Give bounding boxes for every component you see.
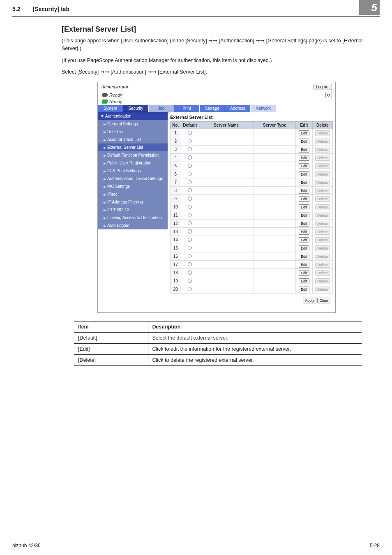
sidebar-item-default-function-permission[interactable]: ▶Default Function Permission: [98, 151, 168, 159]
cell-default[interactable]: [181, 162, 199, 170]
tab-print[interactable]: Print: [174, 105, 200, 112]
refresh-button[interactable]: ⟳: [325, 92, 332, 98]
tab-job[interactable]: Job: [149, 105, 174, 112]
cell-default[interactable]: [181, 261, 199, 269]
edit-button[interactable]: Edit: [299, 254, 309, 259]
radio-icon[interactable]: [188, 262, 192, 266]
edit-button[interactable]: Edit: [299, 188, 309, 194]
delete-button[interactable]: Delete: [315, 163, 330, 169]
delete-button[interactable]: Delete: [315, 204, 330, 210]
edit-button[interactable]: Edit: [299, 287, 309, 292]
apply-button[interactable]: Apply: [303, 298, 316, 303]
sidebar-item-public-user-registration[interactable]: ▶Public User Registration: [98, 159, 168, 167]
delete-button[interactable]: Delete: [315, 287, 330, 292]
sidebar-item-external-server-list[interactable]: ▶External Server List: [98, 143, 168, 151]
delete-button[interactable]: Delete: [315, 147, 330, 153]
edit-button[interactable]: Edit: [299, 262, 309, 268]
logout-button[interactable]: Log out: [314, 84, 332, 90]
radio-icon[interactable]: [188, 155, 192, 160]
edit-button[interactable]: Edit: [299, 180, 309, 185]
sidebar-item-auto-logout[interactable]: ▶Auto Logout: [98, 222, 168, 229]
tab-network[interactable]: Network: [251, 105, 276, 112]
sidebar-item-user-list[interactable]: ▶User List: [98, 128, 168, 136]
delete-button[interactable]: Delete: [315, 262, 330, 268]
delete-button[interactable]: Delete: [315, 130, 330, 136]
delete-button[interactable]: Delete: [315, 278, 330, 284]
radio-icon[interactable]: [188, 147, 192, 151]
cell-default[interactable]: [181, 252, 199, 261]
radio-icon[interactable]: [188, 164, 192, 168]
cell-default[interactable]: [181, 129, 199, 137]
edit-button[interactable]: Edit: [299, 204, 309, 210]
tab-system[interactable]: System: [98, 105, 123, 112]
edit-button[interactable]: Edit: [299, 171, 309, 177]
delete-button[interactable]: Delete: [315, 221, 330, 227]
delete-button[interactable]: Delete: [315, 229, 330, 235]
cell-default[interactable]: [181, 137, 199, 146]
cell-default[interactable]: [181, 228, 199, 236]
delete-button[interactable]: Delete: [315, 245, 330, 251]
sidebar-item-ipsec[interactable]: ▶IPsec: [98, 190, 168, 198]
edit-button[interactable]: Edit: [299, 213, 309, 218]
edit-button[interactable]: Edit: [299, 163, 309, 169]
radio-icon[interactable]: [188, 188, 192, 192]
sidebar-item-ip-address-filtering[interactable]: ▶IP Address Filtering: [98, 198, 168, 206]
cell-default[interactable]: [181, 203, 199, 211]
radio-icon[interactable]: [188, 172, 192, 176]
clear-button[interactable]: Clear: [317, 298, 330, 303]
radio-icon[interactable]: [188, 287, 192, 291]
delete-button[interactable]: Delete: [315, 254, 330, 259]
radio-icon[interactable]: [188, 205, 192, 209]
sidebar-item-pki-settings[interactable]: ▶PKI Settings: [98, 183, 168, 190]
radio-icon[interactable]: [188, 279, 192, 283]
sidebar-item-id-print-settings[interactable]: ▶ID & Print Settings: [98, 167, 168, 175]
delete-button[interactable]: Delete: [315, 237, 330, 243]
cell-default[interactable]: [181, 236, 199, 244]
radio-icon[interactable]: [188, 229, 192, 234]
sidebar-item-limiting-access-to-destination[interactable]: ▶Limiting Access to Destination: [98, 214, 168, 222]
delete-button[interactable]: Delete: [315, 213, 330, 218]
delete-button[interactable]: Delete: [315, 270, 330, 276]
sidebar-item-ieee802-1x[interactable]: ▶IEEE802.1X: [98, 206, 168, 214]
cell-default[interactable]: [181, 211, 199, 220]
delete-button[interactable]: Delete: [315, 188, 330, 194]
edit-button[interactable]: Edit: [299, 155, 309, 161]
radio-icon[interactable]: [188, 221, 192, 225]
sidebar-item-account-track-list[interactable]: ▶Account Track List: [98, 136, 168, 143]
tab-address[interactable]: Address: [225, 105, 251, 112]
edit-button[interactable]: Edit: [299, 270, 309, 276]
radio-icon[interactable]: [188, 197, 192, 201]
cell-default[interactable]: [181, 269, 199, 277]
edit-button[interactable]: Edit: [299, 245, 309, 251]
radio-icon[interactable]: [188, 254, 192, 258]
sidebar-item-general-settings[interactable]: ▶General Settings: [98, 120, 168, 128]
sidebar-item-authentication-device-settings[interactable]: ▶Authentication Device Settings: [98, 175, 168, 183]
radio-icon[interactable]: [188, 213, 192, 217]
cell-default[interactable]: [181, 154, 199, 162]
cell-default[interactable]: [181, 187, 199, 195]
radio-icon[interactable]: [188, 238, 192, 242]
cell-default[interactable]: [181, 285, 199, 294]
edit-button[interactable]: Edit: [299, 147, 309, 153]
delete-button[interactable]: Delete: [315, 180, 330, 185]
edit-button[interactable]: Edit: [299, 278, 309, 284]
radio-icon[interactable]: [188, 271, 192, 275]
cell-default[interactable]: [181, 178, 199, 187]
cell-default[interactable]: [181, 170, 199, 178]
tab-security[interactable]: Security: [123, 105, 149, 112]
delete-button[interactable]: Delete: [315, 196, 330, 202]
delete-button[interactable]: Delete: [315, 139, 330, 144]
cell-default[interactable]: [181, 244, 199, 252]
tab-storage[interactable]: Storage: [200, 105, 225, 112]
delete-button[interactable]: Delete: [315, 171, 330, 177]
radio-icon[interactable]: [188, 180, 192, 184]
edit-button[interactable]: Edit: [299, 229, 309, 235]
edit-button[interactable]: Edit: [299, 221, 309, 227]
radio-icon[interactable]: [188, 139, 192, 143]
cell-default[interactable]: [181, 277, 199, 285]
radio-icon[interactable]: [188, 131, 192, 135]
cell-default[interactable]: [181, 195, 199, 203]
edit-button[interactable]: Edit: [299, 196, 309, 202]
radio-icon[interactable]: [188, 246, 192, 250]
cell-default[interactable]: [181, 146, 199, 154]
